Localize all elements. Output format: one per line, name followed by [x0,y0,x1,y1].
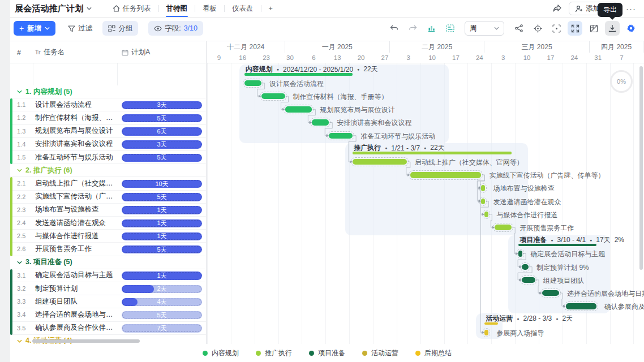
legend-item[interactable]: 推广执行 [256,348,292,358]
task-name: 启动线上推广（社交媒体、官网等） [35,177,114,189]
gantt-task-bar[interactable] [542,290,559,296]
gantt-task-bar[interactable] [518,251,522,257]
duration-pill[interactable]: 5天 [122,114,202,123]
table-row[interactable]: 3.4选择合适的展会场地与日期5天 [10,308,206,321]
gantt-task-bar[interactable] [484,330,488,336]
group-summary-bar[interactable] [353,152,512,154]
share-forward-icon[interactable] [553,5,562,12]
gantt-task-bar[interactable] [244,80,261,87]
dot-separator: ● [590,238,592,242]
baseline-compare-icon-button[interactable] [443,21,457,36]
table-row[interactable]: 3.3组建项目团队4天 [10,295,206,308]
redo-button[interactable] [405,21,420,36]
legend-item[interactable]: 内容规划 [203,348,239,358]
group-summary-bar[interactable] [244,73,353,76]
filter-button[interactable]: 过滤 [68,24,92,33]
duration-pill[interactable]: 5天 [122,245,202,254]
duration-pill[interactable]: 6天 [122,127,202,136]
table-row[interactable]: 3.2制定预算计划2天 [10,282,206,295]
table-row[interactable]: 2.5与媒体合作进行报道1天 [10,230,206,243]
group-header-row[interactable]: 3. 项目准备 (5) [10,256,206,269]
focus-icon-button[interactable] [549,21,564,36]
collapse-chevron-icon[interactable] [17,90,22,93]
gantt-task-bar[interactable] [522,277,535,283]
gantt-task-bar[interactable] [285,106,312,113]
duration-pill[interactable]: 5天 [122,193,202,201]
table-row[interactable]: 1.4安排演讲嘉宾和会议议程3天 [10,138,206,151]
time-scale-select[interactable]: 周 [465,21,504,36]
tab-add[interactable]: + [261,0,280,17]
collapse-chevron-icon[interactable] [17,261,22,264]
table-row[interactable]: 1.3规划展览布局与展位设计6天 [10,125,206,138]
legend-label: 活动运营 [371,348,398,358]
horizontal-scrollbar[interactable] [32,339,140,343]
duration-pill[interactable]: 1天 [122,219,202,228]
collapse-chevron-icon[interactable] [17,169,22,172]
download-icon-button[interactable] [605,21,620,36]
tab-任务列表[interactable]: 任务列表 [105,0,158,17]
hide-table-icon-button[interactable] [586,21,601,36]
table-row[interactable]: 3.1确定展会活动目标与主题1天 [10,269,206,282]
legend-item[interactable]: 后期总结 [415,348,452,358]
gantt-task-bar[interactable] [481,185,485,191]
column-header-name[interactable]: Tr 任务名 [35,41,65,63]
duration-pill[interactable]: 5天 [122,154,202,162]
table-row[interactable]: 2.1启动线上推广（社交媒体、官网等）10天 [10,177,206,190]
duration-pill[interactable]: 3天 [122,140,202,149]
gantt-task-bar[interactable] [495,225,512,231]
expand-fullscreen-icon-button[interactable] [568,21,582,36]
tab-甘特图[interactable]: 甘特图 [159,0,195,17]
tab-看板[interactable]: 看板 [195,0,224,17]
duration-pill[interactable]: 2天 [122,285,202,294]
duration-pill[interactable]: 4天 [122,298,202,307]
table-row[interactable]: 2.4发送邀请函给潜在观众1天 [10,217,206,230]
column-header-plan[interactable]: 计划A [122,41,150,63]
gantt-task-bar[interactable] [353,159,407,165]
group-summary-bar[interactable] [518,244,596,247]
duration-pill[interactable]: 10天 [122,180,202,188]
table-row[interactable]: 1.2制作宣传材料（海报、手册等）5天 [10,111,206,124]
progress-ring[interactable]: 0% [610,70,633,93]
duration-pill[interactable]: 7天 [122,324,202,333]
duration-pill-label: 3天 [122,140,202,149]
duration-pill[interactable]: 3天 [122,101,202,110]
legend-item[interactable]: 活动运营 [362,348,398,358]
table-row[interactable]: 2.6开展预售票务工作5天 [10,243,206,256]
undo-button[interactable] [387,21,401,36]
group-button[interactable]: 分组 [102,21,138,36]
new-task-button[interactable]: + 新增 [14,21,55,36]
table-row[interactable]: 2.3场地布置与设施检查1天 [10,204,206,217]
chart-icon-button[interactable] [424,21,439,36]
legend-item[interactable]: 项目准备 [309,348,345,358]
table-row[interactable]: 1.5准备互动环节与娱乐活动5天 [10,151,206,164]
tab-仪表盘[interactable]: 仪表盘 [225,0,261,17]
duration-pill[interactable]: 1天 [122,206,202,214]
gantt-task-bar[interactable] [261,93,285,100]
group-summary-bar[interactable] [484,322,498,325]
legend-dot [256,351,261,356]
duration-pill[interactable]: 1天 [122,232,202,241]
gantt-task-bar[interactable] [566,303,596,309]
table-row[interactable]: 2.2实施线下宣传活动（广告牌、传单等）5天 [10,191,206,204]
gantt-task-bar[interactable] [312,119,329,126]
settings-gear-icon-button[interactable] [624,21,638,36]
duration-pill[interactable]: 1天 [122,272,202,280]
table-row[interactable]: 3.5确认参展商及合作伙伴名单7天 [10,322,206,335]
table-row[interactable]: 1.1设计展会活动流程3天 [10,98,206,111]
group-header-row[interactable]: 2. 推广执行 (6) [10,164,206,177]
group-header-row[interactable]: 1. 内容规划 (5) [10,85,206,98]
gantt-task-bar[interactable] [481,199,485,205]
more-button[interactable]: ··· [624,4,638,14]
duration-pill[interactable]: 5天 [122,311,202,320]
collapse-chevron-icon[interactable] [17,339,22,343]
gantt-group-title: 活动运营●2/28 - 3/3●2天 [486,312,573,325]
gantt-task-bar[interactable] [329,133,353,139]
gantt-task-label: 准备互动环节与娱乐活动 [360,132,435,141]
gantt-task-bar[interactable] [522,264,529,270]
fields-button[interactable]: 字段: 3/10 [148,21,203,36]
vertical-scrollbar[interactable] [639,66,643,270]
project-title-menu[interactable]: 展会活动推广计划 [15,3,92,14]
share-nodes-icon-button[interactable] [512,21,526,36]
gantt-task-bar[interactable] [410,172,482,178]
locate-target-icon-button[interactable] [530,21,545,36]
